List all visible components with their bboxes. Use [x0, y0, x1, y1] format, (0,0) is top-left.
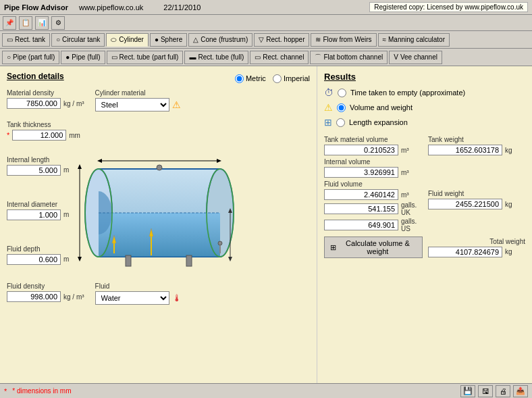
pipe-part-label: Pipe (part full) — [13, 53, 55, 61]
nav-row-1: ▭ Rect. tank ○ Circular tank ⬭ Cylinder … — [0, 31, 532, 49]
status-icon-2[interactable]: 🖫 — [478, 385, 493, 397]
svg-marker-19 — [228, 257, 232, 262]
nav-rect-hopper[interactable]: ▽ Rect. hopper — [254, 33, 309, 47]
pipe-full-icon: ● — [65, 53, 70, 61]
nav-rect-channel[interactable]: ▭ Rect. channel — [250, 51, 309, 64]
cone-label: Cone (frustrum) — [201, 36, 248, 43]
nav-cone[interactable]: △ Cone (frustrum) — [188, 33, 252, 47]
status-icon-4[interactable]: 📤 — [513, 385, 528, 397]
vee-channel-label: Vee channel — [400, 53, 437, 61]
total-weight-unit: kg — [505, 248, 525, 255]
toolbar-btn-2[interactable]: 📋 — [19, 16, 32, 30]
nav-vee-channel[interactable]: V Vee channel — [389, 51, 442, 64]
fluid-volume-input1[interactable] — [324, 189, 398, 200]
fluid-volume-unit3: galls. US — [401, 218, 421, 232]
time-empty-label: Time taken to empty (approximate) — [350, 89, 465, 97]
material-density-label: Material density — [7, 89, 84, 97]
nav-cylinder[interactable]: ⬭ Cylinder — [106, 33, 149, 47]
metric-radio[interactable]: Metric — [235, 74, 266, 83]
internal-diameter-block: Internal diameter m — [7, 201, 69, 220]
required-star: * — [7, 131, 9, 139]
pipe-part-icon: ○ — [7, 53, 11, 61]
svg-marker-16 — [78, 257, 82, 262]
svg-rect-10 — [186, 255, 192, 266]
section-title: Section details — [7, 72, 64, 81]
nav-flat-bottom[interactable]: ⌒ Flat bottom channel — [310, 51, 388, 64]
length-expansion-radio[interactable] — [336, 118, 345, 127]
volume-weight-radio[interactable] — [337, 103, 346, 112]
calculate-button[interactable]: ⊞ Calculate volume & weight — [324, 237, 423, 258]
material-density-unit: kg / m³ — [63, 100, 84, 107]
status-bar: * * dimensions in mm 💾 🖫 🖨 📤 — [0, 383, 532, 398]
toolbar-btn-4[interactable]: ⚙ — [51, 16, 65, 30]
nav-circular-tank[interactable]: ○ Circular tank — [51, 33, 105, 47]
tank-weight-input[interactable] — [428, 145, 502, 155]
nav-manning[interactable]: ≈ Manning calculator — [378, 33, 450, 47]
dimensions-note: * dimensions in mm — [12, 387, 71, 395]
length-expansion-row: ⊞ Length expansion — [324, 117, 525, 128]
svg-rect-9 — [126, 255, 131, 266]
nav-flow-weirs[interactable]: ≋ Flow from Weirs — [311, 33, 376, 47]
nav-row-2: ○ Pipe (part full) ● Pipe (full) ▭ Rect.… — [0, 49, 532, 66]
nav-rect-tube-full[interactable]: ▬ Rect. tube (full) — [184, 51, 248, 64]
volume-icon: ⚠ — [324, 102, 333, 113]
material-density-block: Material density kg / m³ — [7, 89, 84, 111]
total-weight-block: Total weight kg — [428, 238, 525, 257]
warning-icon: ⚠ — [172, 99, 181, 110]
internal-length-input[interactable] — [7, 165, 61, 176]
imperial-radio[interactable]: Imperial — [273, 74, 310, 83]
nav-sphere[interactable]: ● Sphere — [150, 33, 187, 47]
app-name: Pipe Flow Advisor — [4, 3, 68, 11]
fluid-weight-unit: kg — [505, 201, 525, 208]
cone-icon: △ — [193, 36, 198, 43]
tank-material-volume-input[interactable] — [324, 145, 398, 155]
fluid-depth-label: Fluid depth — [7, 245, 69, 253]
toolbar-btn-3[interactable]: 📊 — [35, 16, 49, 30]
nav-rect-tube-part[interactable]: ▭ Rect. tube (part full) — [107, 51, 184, 64]
cylinder-material-select[interactable]: Steel — [95, 98, 169, 111]
tank-weight-block: Tank weight kg — [428, 136, 525, 155]
fluid-density-input[interactable] — [7, 291, 61, 302]
internal-diameter-input[interactable] — [7, 209, 61, 220]
tank-thickness-label: Tank thickness — [7, 121, 310, 128]
nav-rect-tank[interactable]: ▭ Rect. tank — [2, 33, 50, 47]
vee-channel-icon: V — [394, 53, 398, 61]
rect-channel-label: Rect. channel — [263, 53, 304, 61]
tank-thickness-unit: mm — [69, 132, 80, 139]
tank-thickness-input[interactable] — [12, 130, 66, 141]
fluid-weight-input[interactable] — [428, 199, 502, 209]
date: 22/11/2010 — [163, 3, 201, 11]
length-expansion-label: Length expansion — [349, 118, 408, 126]
cylinder-label: Cylinder — [119, 36, 144, 43]
status-icon-3[interactable]: 🖨 — [496, 385, 510, 397]
fluid-depth-block: Fluid depth m — [7, 245, 69, 265]
internal-volume-label: Internal volume — [324, 158, 525, 166]
toolbar-btn-1[interactable]: 📌 — [3, 16, 16, 30]
time-empty-radio[interactable] — [338, 89, 346, 97]
clock-icon: ⏱ — [324, 87, 334, 98]
fluid-volume-label: Fluid volume — [324, 180, 421, 188]
fluid-depth-input[interactable] — [7, 254, 61, 265]
material-density-input[interactable] — [7, 98, 61, 109]
fluid-select[interactable]: Water — [95, 291, 169, 305]
calc-icon: ⊞ — [330, 243, 336, 252]
fluid-volume-block: Fluid volume m³ galls. UK galls. US — [324, 180, 421, 232]
svg-marker-12 — [97, 159, 102, 163]
volume-weight-label: Volume and weight — [350, 103, 413, 111]
svg-point-25 — [218, 241, 222, 245]
nav-pipe-full[interactable]: ● Pipe (full) — [61, 51, 105, 64]
status-icon-1[interactable]: 💾 — [460, 385, 475, 397]
nav-pipe-part[interactable]: ○ Pipe (part full) — [2, 51, 59, 64]
internal-diameter-label: Internal diameter — [7, 201, 69, 208]
manning-icon: ≈ — [383, 36, 387, 43]
fluid-volume-input3[interactable] — [324, 220, 398, 230]
internal-volume-input[interactable] — [324, 167, 398, 178]
fluid-density-block: Fluid density kg / m³ — [7, 282, 84, 305]
total-weight-input[interactable] — [428, 247, 502, 257]
svg-point-24 — [157, 165, 162, 170]
fluid-volume-input2[interactable] — [324, 203, 398, 214]
fluid-weight-block: Fluid weight kg — [428, 180, 525, 232]
internal-volume-unit: m³ — [401, 169, 421, 176]
cylinder-material-block: Cylinder material Steel ⚠ — [95, 89, 181, 111]
expansion-icon: ⊞ — [324, 117, 332, 128]
